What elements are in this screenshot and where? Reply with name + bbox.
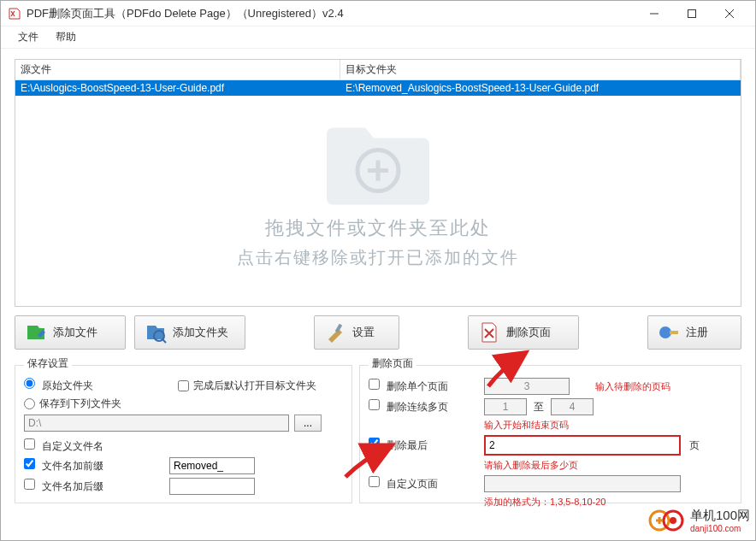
add-folder-label: 添加文件夹 [173, 325, 228, 340]
drop-hint: 拖拽文件或文件夹至此处 点击右键移除或打开已添加的文件 [237, 121, 519, 269]
del-last-check[interactable] [369, 438, 380, 449]
minimize-button[interactable] [635, 1, 673, 26]
groups-row: 保存设置 原始文件夹 完成后默认打开目标文件夹 保存到下列文件夹 ... [15, 358, 741, 503]
svg-line-8 [162, 339, 166, 343]
col-target[interactable]: 目标文件夹 [340, 60, 741, 79]
del-range-mid: 至 [534, 400, 544, 415]
maximize-button[interactable] [673, 1, 711, 26]
prefix-input[interactable] [169, 457, 255, 474]
register-icon [657, 320, 681, 344]
del-range-hint: 输入开始和结束页码 [484, 419, 569, 432]
svg-point-14 [670, 517, 676, 524]
del-custom-check[interactable] [369, 476, 380, 487]
register-label: 注册 [686, 325, 708, 340]
del-custom-label: 自定义页面 [387, 478, 438, 490]
del-single-hint: 输入待删除的页码 [595, 380, 670, 393]
col-source[interactable]: 源文件 [15, 60, 340, 79]
open-after-label: 完成后默认打开目标文件夹 [193, 379, 316, 393]
del-range-to[interactable] [551, 398, 594, 415]
del-last-label: 删除最后 [387, 439, 428, 451]
prefix-check[interactable] [24, 458, 35, 469]
cell-target: E:\Removed_Auslogics-BoostSpeed-13-User-… [340, 80, 741, 96]
browse-button[interactable]: ... [294, 415, 322, 432]
menu-help[interactable]: 帮助 [47, 27, 85, 47]
suffix-label: 文件名加后缀 [42, 480, 103, 492]
delete-page-icon [477, 320, 501, 344]
window-controls [635, 1, 748, 26]
del-range-check[interactable] [369, 399, 380, 410]
custom-name-check[interactable] [24, 438, 35, 450]
add-folder-icon [144, 320, 168, 344]
custom-folder-radio[interactable] [24, 398, 35, 409]
svg-rect-1 [688, 9, 696, 17]
watermark-icon [647, 509, 687, 532]
del-custom-input[interactable] [484, 475, 681, 492]
del-single-input[interactable] [484, 378, 570, 395]
watermark-url: danji100.com [690, 524, 750, 533]
del-custom-hint: 添加的格式为：1,3,5-8,10-20 [484, 496, 605, 509]
del-single-label: 删除单个页面 [387, 380, 448, 392]
add-file-label: 添加文件 [53, 325, 97, 340]
titlebar: PDF删除页面工具（PDFdo Delete Page）（Unregistere… [1, 1, 755, 26]
del-last-hint: 请输入删除最后多少页 [484, 459, 578, 472]
delete-page-button[interactable]: 删除页面 [468, 315, 579, 350]
watermark-name: 单机100网 [690, 508, 750, 524]
delete-page-label: 删除页面 [506, 325, 551, 340]
menu-file[interactable]: 文件 [9, 27, 47, 47]
del-range-label: 删除连续多页 [387, 401, 448, 413]
window-title: PDF删除页面工具（PDFdo Delete Page）（Unregistere… [27, 6, 635, 21]
custom-folder-label: 保存到下列文件夹 [39, 397, 121, 411]
drop-hint-line1: 拖拽文件或文件夹至此处 [237, 215, 519, 241]
prefix-label: 文件名加前缀 [42, 460, 103, 472]
watermark: 单机100网 danji100.com [647, 506, 750, 535]
custom-name-label: 自定义文件名 [42, 440, 103, 452]
add-file-icon [24, 320, 48, 344]
register-button[interactable]: 注册 [647, 315, 741, 350]
orig-folder-radio[interactable] [24, 378, 35, 389]
del-last-unit: 页 [689, 438, 700, 453]
cell-source: E:\Auslogics-BoostSpeed-13-User-Guide.pd… [15, 80, 340, 96]
delete-pages-group: 删除页面 删除单个页面 输入待删除的页码 删除连续多页 至 输入开始和结束页码 [359, 358, 741, 503]
drop-hint-line2: 点击右键移除或打开已添加的文件 [237, 246, 519, 269]
svg-point-10 [659, 326, 671, 338]
del-range-from[interactable] [484, 398, 527, 415]
open-after-check[interactable] [178, 380, 189, 391]
svg-rect-9 [335, 324, 342, 333]
folder-plus-icon [322, 121, 434, 207]
suffix-check[interactable] [24, 479, 35, 490]
app-icon [8, 7, 21, 21]
save-legend: 保存设置 [24, 356, 72, 371]
close-button[interactable] [711, 1, 748, 26]
del-last-input[interactable] [484, 435, 681, 456]
table-header: 源文件 目标文件夹 [15, 60, 741, 80]
settings-button[interactable]: 设置 [314, 315, 399, 350]
suffix-input[interactable] [169, 478, 255, 495]
add-file-button[interactable]: 添加文件 [15, 315, 126, 350]
settings-label: 设置 [352, 325, 375, 340]
del-legend: 删除页面 [369, 356, 416, 371]
path-input[interactable] [24, 415, 289, 432]
file-table[interactable]: 源文件 目标文件夹 E:\Auslogics-BoostSpeed-13-Use… [15, 59, 741, 307]
svg-rect-11 [670, 331, 678, 334]
table-row[interactable]: E:\Auslogics-BoostSpeed-13-User-Guide.pd… [15, 80, 741, 96]
orig-folder-label: 原始文件夹 [42, 379, 93, 391]
toolbar: 添加文件 添加文件夹 设置 删除页面 注册 [15, 307, 741, 358]
del-single-check[interactable] [369, 379, 380, 390]
menubar: 文件 帮助 [1, 26, 755, 49]
save-settings-group: 保存设置 原始文件夹 完成后默认打开目标文件夹 保存到下列文件夹 ... [15, 358, 352, 503]
svg-point-4 [357, 150, 399, 191]
settings-icon [323, 320, 347, 344]
content-area: 源文件 目标文件夹 E:\Auslogics-BoostSpeed-13-Use… [1, 49, 755, 510]
add-folder-button[interactable]: 添加文件夹 [134, 315, 245, 350]
